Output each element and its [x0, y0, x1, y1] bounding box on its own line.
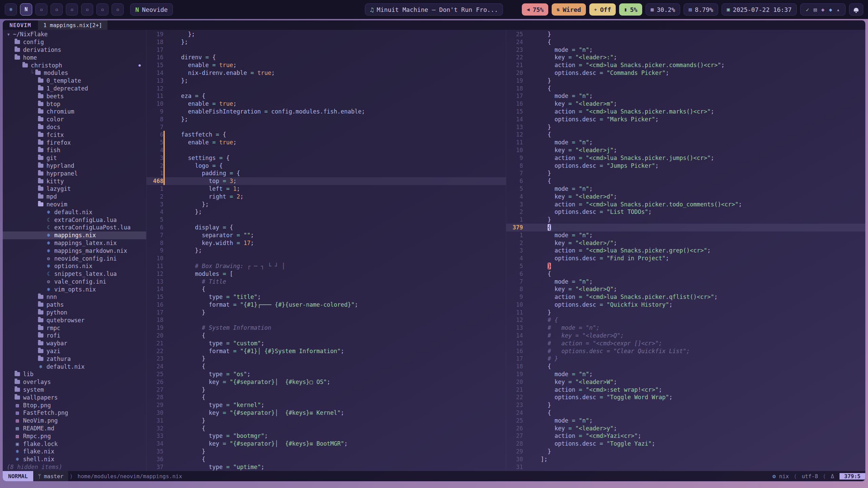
code-line[interactable]: 3 action = "<cmd>lua Snacks.picker.grep(… — [506, 247, 866, 255]
cpu-indicator[interactable]: ▦ 30.2% — [646, 3, 680, 16]
code-line[interactable]: 29 type = "kernel"; — [146, 401, 506, 409]
tree-item[interactable]: paths — [3, 301, 146, 309]
code-line[interactable]: 21 action = "<cmd>lua Snacks.picker.comm… — [506, 61, 866, 69]
clock[interactable]: ▣ 2025-07-22 16:37 — [722, 3, 796, 16]
workspace-7[interactable]: ▫ — [112, 3, 124, 16]
code-line[interactable]: 5 — [146, 216, 506, 224]
tree-item[interactable]: ▨Rmpc.png — [3, 432, 146, 440]
code-line[interactable]: 24 { — [506, 409, 866, 417]
code-line[interactable]: 13 } — [506, 123, 866, 131]
battery-indicator[interactable]: ▮ 5% — [619, 3, 642, 16]
code-line[interactable]: 4 }; — [146, 208, 506, 216]
tree-item[interactable]: python — [3, 309, 146, 317]
code-line[interactable]: 15 enable = true; — [146, 61, 506, 69]
tree-item[interactable]: chromium — [3, 108, 146, 116]
code-line[interactable]: 1 left = 1; — [146, 185, 506, 193]
window-title[interactable]: N Neovide — [130, 3, 173, 16]
code-line[interactable]: 7 — [146, 123, 506, 131]
tree-item[interactable]: rmpc — [3, 324, 146, 332]
code-line[interactable]: 13 # Title — [146, 278, 506, 286]
workspace-special[interactable]: ❄ — [5, 3, 17, 16]
code-line[interactable]: 27 } — [146, 386, 506, 394]
code-line[interactable]: 20 options.desc = "Commands Picker"; — [506, 69, 866, 77]
code-line[interactable]: 10 — [146, 255, 506, 262]
code-line[interactable]: 20 key = "<leader>W"; — [506, 378, 866, 386]
code-line[interactable]: 33 type = "bootmgr"; — [146, 432, 506, 440]
tree-item[interactable]: 0_template — [3, 77, 146, 85]
tree-item[interactable]: fish — [3, 146, 146, 154]
code-line[interactable]: 10 options.desc = "Quickfix History"; — [506, 301, 866, 309]
code-line[interactable]: 8 key.width = 17; — [146, 239, 506, 247]
code-line[interactable]: 15 # action = "<cmd>cexpr []<cr>"; — [506, 340, 866, 347]
code-line[interactable]: 12 { — [506, 131, 866, 139]
tree-item[interactable]: overlays — [3, 378, 146, 386]
code-line[interactable]: 34 key = "{#separator}│ {#keys}≡ BootMGR… — [146, 440, 506, 448]
tree-item[interactable]: ☾extraConfigLua.lua — [3, 216, 146, 224]
code-line[interactable]: 468 top = 3; — [146, 177, 506, 185]
git-branch[interactable]: ᛘ master — [33, 471, 68, 481]
code-line[interactable]: 11 mode = "n"; — [506, 139, 866, 146]
tree-item[interactable]: christoph● — [3, 61, 146, 69]
tree-item[interactable]: ▨NeoVim.png — [3, 417, 146, 425]
memory-indicator[interactable]: ▤ 8.79% — [684, 3, 718, 16]
code-line[interactable]: 1 padding = { — [146, 169, 506, 177]
tree-item[interactable]: lib — [3, 370, 146, 378]
code-line[interactable]: 12 — [146, 85, 506, 93]
notifications-button[interactable] — [849, 3, 863, 16]
tree-item[interactable]: kitty — [3, 177, 146, 185]
code-line[interactable]: 18 }; — [146, 38, 506, 46]
code-line[interactable]: 2 right = 2; — [146, 193, 506, 201]
code-line[interactable]: 35 } — [146, 448, 506, 455]
tree-item[interactable]: system — [3, 386, 146, 394]
tree-item[interactable]: git — [3, 154, 146, 162]
code-line[interactable]: 12 modules = [ — [146, 270, 506, 278]
tab-mappings-nix[interactable]: 1 mappings.nix[2+] — [38, 20, 107, 30]
tree-item[interactable]: ❄mappings.nix — [3, 231, 146, 239]
workspace-2[interactable]: ▫ — [35, 3, 47, 16]
workspace-5[interactable]: ▫ — [81, 3, 93, 16]
tree-item[interactable]: yazi — [3, 347, 146, 355]
code-line[interactable]: 17 — [146, 46, 506, 54]
code-line[interactable]: 25 type = "os"; — [146, 370, 506, 378]
code-line[interactable]: 13 # mode = "n"; — [506, 324, 866, 332]
code-line[interactable]: 14 nix-direnv.enable = true; — [146, 69, 506, 77]
code-line[interactable]: 22 key = "<leader>:"; — [506, 54, 866, 61]
music-widget[interactable]: ♫ Minuit Machine – Don't Run Fro... — [365, 3, 503, 16]
tree-item[interactable]: ▣flake.lock — [3, 440, 146, 448]
code-line[interactable]: 8 key = "<leader>Q"; — [506, 285, 866, 293]
tree-item[interactable]: ❄shell.nix — [3, 455, 146, 463]
code-line[interactable]: 6 { — [506, 177, 866, 185]
code-line[interactable]: 16 key = "<leader>m"; — [506, 100, 866, 108]
palette-icon[interactable]: ◈ — [821, 6, 825, 13]
code-line[interactable]: 11 } — [506, 309, 866, 317]
code-line[interactable]: 25 } — [506, 30, 866, 38]
tree-item[interactable]: config — [3, 38, 146, 46]
tree-item[interactable]: hyprland — [3, 162, 146, 170]
code-line[interactable]: 14 options.desc = "Marks Picker"; — [506, 116, 866, 123]
tree-item[interactable]: home — [3, 54, 146, 61]
tree-item[interactable]: ❄flake.nix — [3, 448, 146, 455]
code-line[interactable]: 25 mode = "n"; — [506, 417, 866, 425]
code-line[interactable]: 8 }; — [146, 116, 506, 123]
code-line[interactable]: 13 }; — [146, 77, 506, 85]
code-line[interactable]: 9 }; — [146, 247, 506, 255]
code-line[interactable]: 1 mode = "n"; — [506, 231, 866, 239]
tree-item[interactable]: waybar — [3, 340, 146, 347]
code-line[interactable]: 30 ]; — [506, 455, 866, 463]
code-line[interactable]: 6 { — [506, 270, 866, 278]
code-line[interactable]: 379 { — [506, 224, 866, 231]
code-line[interactable]: 4 options.desc = "Find in Project"; — [506, 255, 866, 262]
code-line[interactable]: 24 { — [146, 363, 506, 370]
tree-item[interactable]: rofi — [3, 332, 146, 340]
workspace-3[interactable]: ▫ — [51, 3, 63, 16]
tree-item[interactable]: ⚙neovide_config.ini — [3, 255, 146, 262]
code-line[interactable]: 12 # { — [506, 316, 866, 324]
code-line[interactable]: 17 mode = "n"; — [506, 92, 866, 100]
shield-check-icon[interactable]: ✓ — [806, 6, 809, 13]
code-line[interactable]: 19 mode = "n"; — [506, 370, 866, 378]
code-line[interactable]: 15 action = "<cmd>lua Snacks.picker.mark… — [506, 108, 866, 116]
tree-item[interactable]: zathura — [3, 355, 146, 363]
tree-item[interactable]: ▨FastFetch.png — [3, 409, 146, 417]
workspace-4[interactable]: ▫ — [66, 3, 78, 16]
tree-item[interactable]: ☾extraConfigLuaPost.lua — [3, 224, 146, 231]
